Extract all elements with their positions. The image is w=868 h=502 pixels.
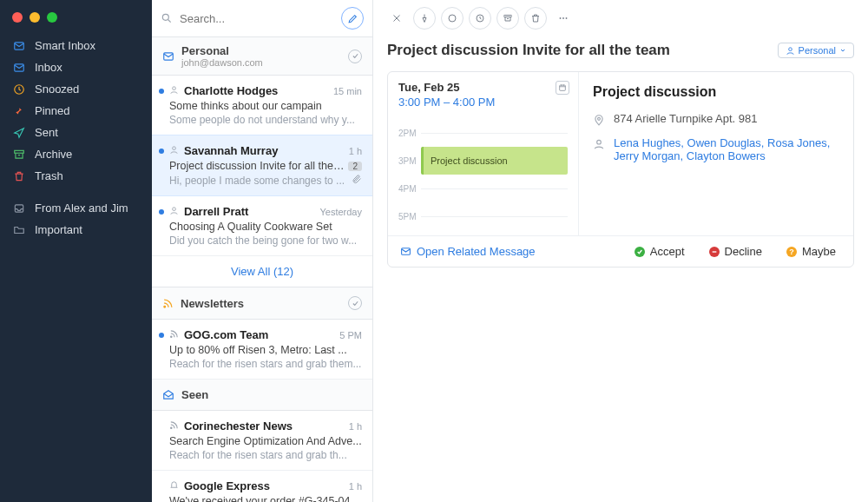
sidebar-label: Archive [35,148,72,161]
event-block[interactable]: Project discussion [421,147,568,175]
timeline-label: 5PM [398,212,421,221]
svg-point-17 [562,17,564,19]
svg-point-19 [788,47,792,50]
maybe-label: Maybe [802,245,836,258]
more-button[interactable] [552,7,575,30]
svg-rect-3 [15,150,24,153]
pin-button[interactable] [413,7,436,30]
accept-label: Accept [650,245,685,258]
trash-icon [12,170,26,182]
sidebar-item-sent[interactable]: Sent [0,122,152,143]
message-time: 15 min [333,86,362,96]
thread-count-badge: 2 [348,162,362,171]
subject-row: Project discussion Invite for all the te… [373,36,868,71]
sidebar-label: From Alex and Jim [35,201,128,215]
section-header-seen[interactable]: Seen [152,380,372,411]
svg-point-11 [171,336,172,337]
sidebar-item-trash[interactable]: Trash [0,165,152,187]
sidebar-label: Important [35,223,82,236]
envelope-icon [162,50,174,63]
decline-label: Decline [725,245,762,258]
sidebar-label: Trash [35,169,63,182]
sidebar-item-smart-inbox[interactable]: Smart Inbox [0,35,152,56]
section-header-newsletters[interactable]: Newsletters [152,287,372,320]
message-item[interactable]: Charlotte Hodges 15 min Some thinks abou… [152,76,372,135]
view-all-link[interactable]: View All (12) [152,256,372,287]
svg-point-18 [566,17,568,19]
invite-actions: Open Related Message Accept Decline ? Ma… [388,235,853,267]
sent-icon [12,127,26,139]
maybe-icon: ? [786,247,797,257]
open-related-message-link[interactable]: Open Related Message [388,236,622,267]
rss-icon [169,328,179,341]
folder-icon [12,224,26,236]
sidebar-item-archive[interactable]: Archive [0,143,152,165]
message-preview: Reach for the risen stars and grab th... [169,449,362,461]
message-sender: GOG.com Team [184,328,334,341]
check-circle-icon[interactable] [348,296,362,310]
decline-icon [709,247,720,257]
maximize-window-icon[interactable] [47,12,57,23]
calendar-info-icon[interactable] [556,81,569,95]
sidebar: Smart Inbox Inbox Snoozed Pinned Sent Ar… [0,0,152,502]
attendees-icon [593,138,605,150]
accept-button[interactable]: Accept [622,236,697,267]
archive-button[interactable] [496,7,519,30]
minimize-window-icon[interactable] [30,12,40,23]
rss-icon [169,419,179,433]
message-subject: Up to 80% off Risen 3, Metro: Last ... [169,344,362,356]
compose-button[interactable] [341,7,364,30]
detail-pane: Project discussion Invite for all the te… [373,0,868,502]
message-sender: Charlotte Hodges [184,84,328,97]
timeline-label: 2PM [398,129,421,138]
section-header-personal[interactable]: Personal john@dawson.com [152,37,372,76]
message-item[interactable]: Darrell Pratt Yesterday Choosing A Quali… [152,196,372,256]
search-input[interactable] [180,12,334,25]
event-details-column: Project discussion 874 Arielle Turnpike … [579,72,853,235]
message-subject: We've received your order #G-345-04... [169,495,362,502]
delete-button[interactable] [524,7,547,30]
svg-point-12 [171,427,172,428]
person-icon [169,205,179,218]
sidebar-item-snoozed[interactable]: Snoozed [0,78,152,100]
close-button[interactable] [385,7,408,30]
unread-dot-icon [159,333,164,338]
snooze-button[interactable] [469,7,491,30]
event-attendees[interactable]: Lena Hughes, Owen Douglas, Rosa Jones, J… [614,136,839,162]
message-preview: Some people do not understand why y... [169,114,362,126]
window-controls [0,7,152,35]
sidebar-item-important[interactable]: Important [0,219,152,241]
maybe-button[interactable]: ? Maybe [774,236,848,267]
message-sender: Darrell Pratt [184,205,314,218]
message-preview: Hi, people I made some changes to ... [169,174,362,187]
decline-button[interactable]: Decline [697,236,774,267]
message-item[interactable]: Google Express 1 h We've received your o… [152,471,372,502]
message-item[interactable]: GOG.com Team 5 PM Up to 80% off Risen 3,… [152,320,372,380]
message-subject: Choosing A Quality Cookware Set [169,221,362,233]
person-icon [786,46,795,56]
person-icon [169,144,179,157]
check-circle-icon[interactable] [348,50,362,63]
folder-badge[interactable]: Personal [778,43,854,58]
sidebar-label: Sent [35,126,58,139]
message-list-pane: Personal john@dawson.com Charlotte Hodge… [152,0,373,502]
message-sender: Google Express [184,479,344,492]
pin-icon [12,105,26,117]
message-item[interactable]: Corinechester News 1 h Search Engine Opt… [152,411,372,471]
rss-icon [162,298,174,309]
close-window-icon[interactable] [12,12,23,23]
sidebar-item-pinned[interactable]: Pinned [0,100,152,122]
svg-rect-15 [504,16,511,17]
event-date: Tue, Feb 25 [398,81,568,94]
folder-badge-label: Personal [799,45,836,56]
person-icon [169,84,179,97]
svg-rect-20 [560,85,566,90]
message-item[interactable]: Savannah Murray 1 h Project discussion I… [152,135,372,196]
sidebar-item-from-alex-jim[interactable]: From Alex and Jim [0,197,152,219]
sidebar-label: Inbox [35,61,62,74]
attachment-icon [352,174,362,187]
smart-folder-icon [12,202,26,215]
unread-dot-icon [159,89,164,94]
sidebar-item-inbox[interactable]: Inbox [0,56,152,78]
mark-unread-button[interactable] [441,7,464,30]
